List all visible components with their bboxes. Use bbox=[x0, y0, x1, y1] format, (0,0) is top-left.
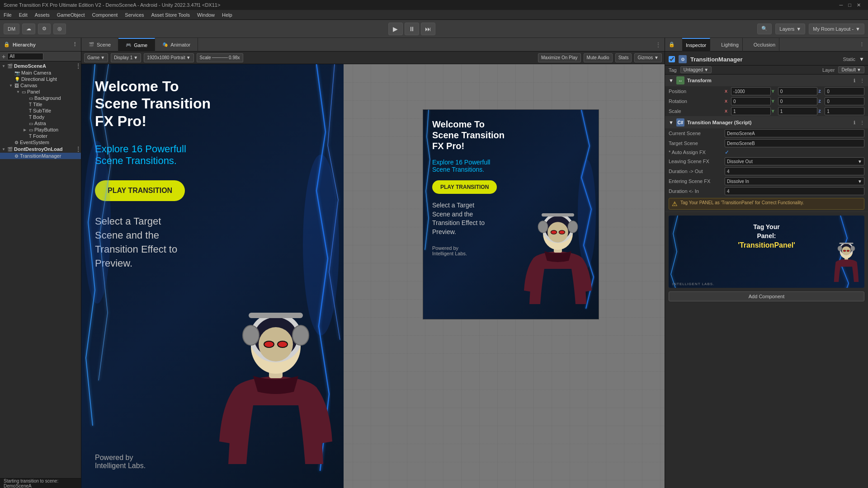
transform-dots-icon[interactable]: ⋮ bbox=[860, 78, 864, 83]
menu-file[interactable]: File bbox=[4, 12, 12, 18]
stats-btn[interactable]: Stats bbox=[615, 53, 632, 62]
transform-info-icon[interactable]: ℹ bbox=[854, 78, 855, 83]
menu-services[interactable]: Services bbox=[125, 12, 144, 18]
account-button[interactable]: DM bbox=[4, 23, 19, 34]
entering-fx-dropdown[interactable]: Dissolve In ▼ bbox=[725, 177, 864, 185]
hier-item-title[interactable]: T Title bbox=[0, 101, 81, 108]
duration-in-label: Duration <- In bbox=[669, 188, 723, 194]
tab-game[interactable]: 🎮 Game bbox=[118, 38, 155, 52]
x-label: X bbox=[725, 89, 730, 94]
play-button[interactable]: ▶ bbox=[388, 23, 403, 35]
tab-inspector[interactable]: Inspector bbox=[682, 38, 710, 52]
rotation-y-val[interactable]: 0 bbox=[778, 97, 818, 105]
hierarchy-menu-icon[interactable]: ⋮ bbox=[72, 42, 77, 47]
menu-component[interactable]: Component bbox=[92, 12, 118, 18]
tab-lighting[interactable]: Lighting bbox=[717, 38, 743, 52]
position-y-val[interactable]: 0 bbox=[778, 87, 818, 95]
tab-lighting-label: Lighting bbox=[721, 42, 739, 47]
target-scene-val[interactable]: DemoSceneB bbox=[725, 139, 864, 147]
script-section-header[interactable]: ▼ C# Transition Manager (Script) ℹ ⋮ bbox=[665, 117, 868, 128]
cloud-button[interactable]: ☁ bbox=[22, 23, 35, 34]
game-mode-btn[interactable]: Game ▼ bbox=[84, 53, 108, 62]
inspector-lock-icon[interactable]: 🔒 bbox=[669, 42, 675, 47]
scale-x-val[interactable]: 1 bbox=[731, 107, 771, 115]
tab-scene[interactable]: 🎬 Scene bbox=[81, 38, 118, 52]
menu-help[interactable]: Help bbox=[222, 12, 232, 18]
pause-button[interactable]: ⏸ bbox=[405, 23, 419, 35]
hier-item-panel[interactable]: ▼ ▭ Panel bbox=[0, 89, 81, 95]
hier-item-maincamera[interactable]: 📷 Main Camera bbox=[0, 70, 81, 76]
settings-button[interactable]: ⚙ bbox=[38, 23, 51, 34]
search-button[interactable]: 🔍 bbox=[757, 23, 772, 34]
menu-assets[interactable]: Assets bbox=[35, 12, 50, 18]
duration-in-val[interactable]: 4 bbox=[725, 187, 864, 195]
hier-item-transitionmanager[interactable]: ⚙ TransitionManager bbox=[0, 153, 81, 159]
collab-button[interactable]: ◎ bbox=[53, 23, 66, 34]
layers-dropdown[interactable]: Layers ▼ bbox=[775, 23, 805, 34]
hier-dots-icon[interactable]: ⋮ bbox=[75, 63, 81, 69]
hierarchy-search[interactable] bbox=[7, 53, 43, 60]
svg-point-22 bbox=[551, 230, 557, 234]
mute-audio-btn[interactable]: Mute Audio bbox=[584, 53, 613, 62]
step-button[interactable]: ⏭ bbox=[421, 23, 435, 35]
hier-item-background[interactable]: ▭ Background bbox=[0, 95, 81, 101]
maximize-icon[interactable]: □ bbox=[848, 2, 851, 8]
scale-z-val[interactable]: 1 bbox=[825, 107, 864, 115]
sy-label: Y bbox=[772, 109, 777, 113]
hier-item-demosceena[interactable]: ▼ 🎬 DemoSceneA ⋮ bbox=[0, 62, 81, 70]
leaving-fx-dropdown[interactable]: Dissolve Out ▼ bbox=[725, 157, 864, 165]
layout-dropdown[interactable]: My Room Layout - ▼ bbox=[809, 23, 864, 34]
tag-value[interactable]: Untagged ▼ bbox=[680, 66, 712, 73]
layers-label: Layers bbox=[779, 26, 794, 32]
duration-out-val[interactable]: 4 bbox=[725, 167, 864, 175]
inspector-menu-icon[interactable]: ⋮ bbox=[859, 42, 864, 47]
hier-item-eventsystem[interactable]: ⚙ EventSystem bbox=[0, 139, 81, 145]
center-panel: 🎬 Scene 🎮 Game 🎭 Animator ⋮ Game ▼ Displ… bbox=[81, 38, 665, 488]
object-active-checkbox[interactable] bbox=[669, 56, 675, 62]
scale-y-val[interactable]: 1 bbox=[778, 107, 818, 115]
current-scene-val[interactable]: DemoSceneA bbox=[725, 129, 864, 137]
close-icon[interactable]: ✕ bbox=[857, 2, 861, 8]
play-transition-btn-sm[interactable]: PLAY TRANSITION bbox=[432, 180, 497, 194]
hier-item-footer[interactable]: T Footer bbox=[0, 133, 81, 139]
layer-value[interactable]: Default ▼ bbox=[838, 66, 864, 73]
static-checkbox[interactable]: ▼ bbox=[859, 56, 864, 62]
hier-item-astra[interactable]: ▭ Astra bbox=[0, 120, 81, 127]
ry-label: Y bbox=[772, 99, 777, 103]
hier-item-dontdestroy[interactable]: ▼ 🎬 DontDestroyOnLoad ⋮ bbox=[0, 145, 81, 153]
menu-window[interactable]: Window bbox=[197, 12, 215, 18]
display-btn[interactable]: Display 1 ▼ bbox=[111, 53, 141, 62]
script-info-icon[interactable]: ℹ bbox=[854, 120, 855, 125]
hier-item-canvas[interactable]: ▼ 🖼 Canvas bbox=[0, 82, 81, 89]
scale-btn[interactable]: Scale ───── 0.98x bbox=[197, 53, 243, 62]
add-icon[interactable]: + bbox=[2, 53, 5, 60]
tab-occlusion[interactable]: Occlusion bbox=[750, 38, 779, 52]
rotation-x-val[interactable]: 0 bbox=[731, 97, 771, 105]
play-transition-button[interactable]: PLAY TRANSITION bbox=[95, 180, 185, 201]
gizmos-btn[interactable]: Gizmos ▼ bbox=[634, 53, 662, 62]
hierarchy-lock-icon[interactable]: 🔒 bbox=[4, 42, 10, 47]
transform-section-header[interactable]: ▼ ↔ Transform ℹ ⋮ bbox=[665, 75, 868, 86]
hier-item-body[interactable]: T Body bbox=[0, 114, 81, 120]
hier-item-playbutton[interactable]: ▶ ▭ PlayButton bbox=[0, 127, 81, 133]
character-image-sm bbox=[517, 182, 599, 319]
auto-assign-checkmark[interactable]: ✓ bbox=[725, 149, 729, 155]
script-dots-icon[interactable]: ⋮ bbox=[860, 120, 864, 125]
menu-gameobject[interactable]: GameObject bbox=[57, 12, 85, 18]
position-x-val[interactable]: -1000 bbox=[731, 87, 771, 95]
hier-label-footer: Footer bbox=[33, 133, 47, 139]
game-bg: Welcome ToScene TransitionFX Pro! Explor… bbox=[81, 64, 344, 488]
menu-edit[interactable]: Edit bbox=[19, 12, 28, 18]
minimize-icon[interactable]: ─ bbox=[840, 2, 843, 8]
maximize-on-play-btn[interactable]: Maximize On Play bbox=[538, 53, 581, 62]
position-z-val[interactable]: 0 bbox=[825, 87, 864, 95]
view-options[interactable]: ⋮ bbox=[652, 42, 665, 48]
hier-item-subtitle[interactable]: T SubTitle bbox=[0, 108, 81, 114]
menu-assetstoretools[interactable]: Asset Store Tools bbox=[151, 12, 190, 18]
hier-item-directionallight[interactable]: 💡 Directional Light bbox=[0, 76, 81, 82]
resolution-btn[interactable]: 868x488 Portrait ▼ bbox=[144, 53, 193, 62]
tab-animator[interactable]: 🎭 Animator bbox=[155, 38, 198, 52]
rotation-z-val[interactable]: 0 bbox=[825, 97, 864, 105]
add-component-button[interactable]: Add Component bbox=[669, 291, 864, 301]
hier-dots-icon[interactable]: ⋮ bbox=[75, 146, 81, 152]
